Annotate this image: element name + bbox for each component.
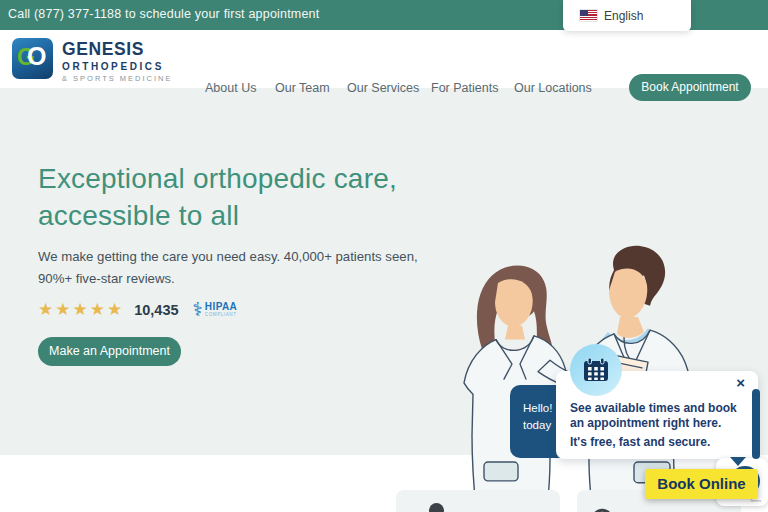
chat-widget-edge [752, 389, 760, 459]
booking-popup-text: See available times and book an appointm… [570, 401, 737, 430]
language-selector[interactable]: English [563, 0, 691, 31]
phone-call-text[interactable]: Call (877) 377-1188 to schedule your fir… [8, 7, 319, 21]
booking-popup-line2: an appointment right here. [570, 416, 721, 430]
close-icon[interactable]: × [736, 374, 745, 391]
person-icon [429, 503, 444, 512]
hero-heading: Exceptional orthopedic care, accessible … [38, 160, 397, 234]
caduceus-icon: ⚕ [193, 300, 203, 319]
chat-greeting-line1: Hello! [523, 402, 552, 414]
hero-heading-line2: accessible to all [38, 200, 239, 231]
nav-item-about-us[interactable]: About Us [205, 81, 256, 95]
nav-item-our-services[interactable]: Our Services [347, 81, 419, 95]
hipaa-badge-text: HIPAA COMPLIANT [205, 302, 237, 318]
calendar-icon [570, 344, 622, 396]
hipaa-badge: ⚕ HIPAA COMPLIANT [193, 300, 238, 319]
chat-greeting-line2: today [523, 419, 551, 431]
hipaa-title: HIPAA [205, 302, 237, 312]
review-count: 10,435 [134, 302, 178, 318]
nav-item-our-locations[interactable]: Our Locations [514, 81, 592, 95]
hero-subtext-line1: We make getting the care you need easy. … [38, 249, 418, 264]
nav-item-our-team[interactable]: Our Team [275, 81, 330, 95]
chevron-down-icon[interactable] [730, 457, 746, 466]
us-flag-icon [580, 10, 597, 21]
hero-heading-line1: Exceptional orthopedic care, [38, 163, 397, 194]
hipaa-subtitle: COMPLIANT [205, 312, 237, 318]
site-header: G O GENESIS ORTHOPEDICS & SPORTS MEDICIN… [0, 30, 768, 88]
hero-subtext-line2: 90%+ five-star reviews. [38, 271, 175, 286]
brand-subtitle: ORTHOPEDICS [62, 61, 173, 72]
book-appointment-button[interactable]: Book Appointment [629, 74, 751, 101]
star-rating-icon: ★★★★★ [38, 299, 124, 320]
us-flag-canton [580, 10, 588, 16]
logo-letter-o: O [27, 42, 46, 71]
book-online-button[interactable]: Book Online [645, 469, 758, 499]
rating-row: ★★★★★ 10,435 ⚕ HIPAA COMPLIANT [38, 299, 237, 320]
language-label: English [604, 9, 643, 23]
brand-logo-icon[interactable]: G O [12, 38, 53, 79]
nav-item-for-patients[interactable]: For Patients [431, 81, 498, 95]
page: Call (877) 377-1188 to schedule your fir… [0, 0, 768, 512]
service-icon [589, 502, 611, 512]
brand-tagline: & SPORTS MEDICINE [62, 74, 173, 83]
booking-popup-line3: It's free, fast and secure. [570, 435, 710, 449]
brand-wordmark[interactable]: GENESIS ORTHOPEDICS & SPORTS MEDICINE [62, 39, 173, 83]
make-appointment-button[interactable]: Make an Appointment [38, 337, 181, 366]
booking-popup-line1: See available times and book [570, 401, 737, 415]
brand-name: GENESIS [62, 39, 173, 60]
feature-card[interactable] [396, 490, 560, 512]
calendar-glyph [583, 358, 609, 382]
hero-subtext: We make getting the care you need easy. … [38, 246, 418, 290]
